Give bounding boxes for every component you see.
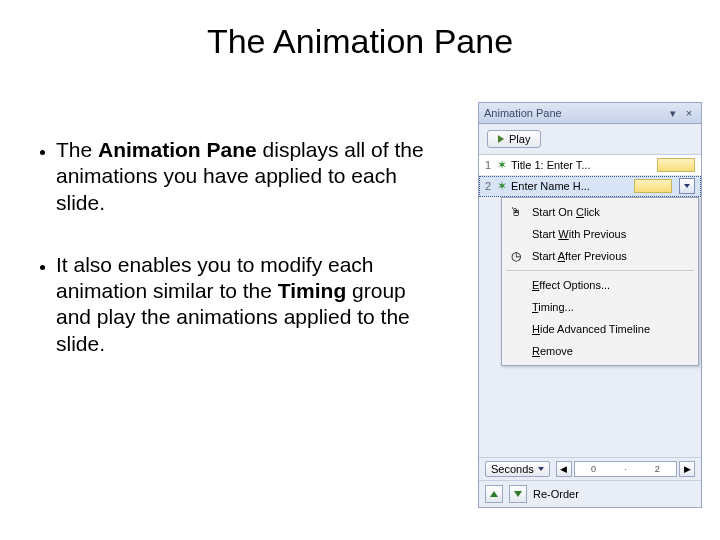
pane-titlebar: Animation Pane ▾ ×: [479, 103, 701, 124]
item-dropdown-button[interactable]: [679, 178, 695, 194]
item-label: Title 1: Enter T...: [511, 159, 653, 171]
timeline-ruler[interactable]: 0 · 2: [574, 461, 677, 477]
menu-start-after-previous[interactable]: ◷ Start After Previous: [502, 245, 698, 267]
play-button[interactable]: Play: [487, 130, 541, 148]
menu-remove[interactable]: Remove: [502, 340, 698, 362]
reorder-row: Re-Order: [479, 480, 701, 507]
play-label: Play: [509, 133, 530, 145]
pane-dropdown-icon[interactable]: ▾: [666, 106, 680, 120]
chevron-down-icon: [684, 184, 690, 188]
duration-bar: [634, 179, 672, 193]
animation-pane: Animation Pane ▾ × Play 1 ✶ Title 1: Ent…: [478, 102, 702, 508]
blank-icon: [508, 299, 524, 315]
blank-icon: [508, 343, 524, 359]
close-icon[interactable]: ×: [682, 106, 696, 120]
ruler-tick: 0: [591, 464, 596, 474]
bullet-2: It also enables you to modify each anima…: [56, 252, 438, 357]
item-index: 1: [485, 159, 493, 171]
pane-title-text: Animation Pane: [484, 107, 664, 119]
menu-hide-timeline[interactable]: Hide Advanced Timeline: [502, 318, 698, 340]
timeline-scrub: ◀ 0 · 2 ▶: [556, 461, 695, 477]
bullet-1: The Animation Pane displays all of the a…: [56, 137, 438, 216]
seconds-label: Seconds: [491, 463, 534, 475]
item-label: Enter Name H...: [511, 180, 630, 192]
clock-icon: ◷: [508, 248, 524, 264]
duration-bar: [657, 158, 695, 172]
reorder-up-button[interactable]: [485, 485, 503, 503]
play-row: Play: [479, 124, 701, 155]
chevron-down-icon: [538, 467, 544, 471]
scrub-left-button[interactable]: ◀: [556, 461, 572, 477]
blank-icon: [508, 277, 524, 293]
seconds-dropdown[interactable]: Seconds: [485, 461, 550, 477]
menu-start-with-previous[interactable]: Start With Previous: [502, 223, 698, 245]
ruler-tick: ·: [624, 464, 627, 474]
ruler-tick: 2: [655, 464, 660, 474]
seconds-row: Seconds ◀ 0 · 2 ▶: [479, 457, 701, 480]
item-index: 2: [485, 180, 493, 192]
pane-footer: Seconds ◀ 0 · 2 ▶ Re-Order: [479, 457, 701, 507]
body-text: The Animation Pane displays all of the a…: [38, 137, 438, 393]
list-item[interactable]: 1 ✶ Title 1: Enter T...: [479, 155, 701, 176]
blank-icon: [508, 321, 524, 337]
menu-start-on-click[interactable]: 🖱 Start On Click: [502, 201, 698, 223]
mouse-icon: 🖱: [508, 204, 524, 220]
menu-separator: [506, 270, 694, 271]
scrub-right-button[interactable]: ▶: [679, 461, 695, 477]
reorder-down-button[interactable]: [509, 485, 527, 503]
arrow-up-icon: [490, 491, 498, 497]
menu-timing[interactable]: Timing...: [502, 296, 698, 318]
list-item[interactable]: 2 ✶ Enter Name H...: [479, 176, 701, 197]
blank-icon: [508, 226, 524, 242]
star-icon: ✶: [497, 179, 507, 193]
arrow-down-icon: [514, 491, 522, 497]
play-icon: [498, 135, 504, 143]
context-menu: 🖱 Start On Click Start With Previous ◷ S…: [501, 197, 699, 366]
menu-effect-options[interactable]: Effect Options...: [502, 274, 698, 296]
animation-list: 1 ✶ Title 1: Enter T... 2 ✶ Enter Name H…: [479, 155, 701, 366]
star-icon: ✶: [497, 158, 507, 172]
reorder-label: Re-Order: [533, 488, 579, 500]
slide-title: The Animation Pane: [0, 22, 720, 61]
